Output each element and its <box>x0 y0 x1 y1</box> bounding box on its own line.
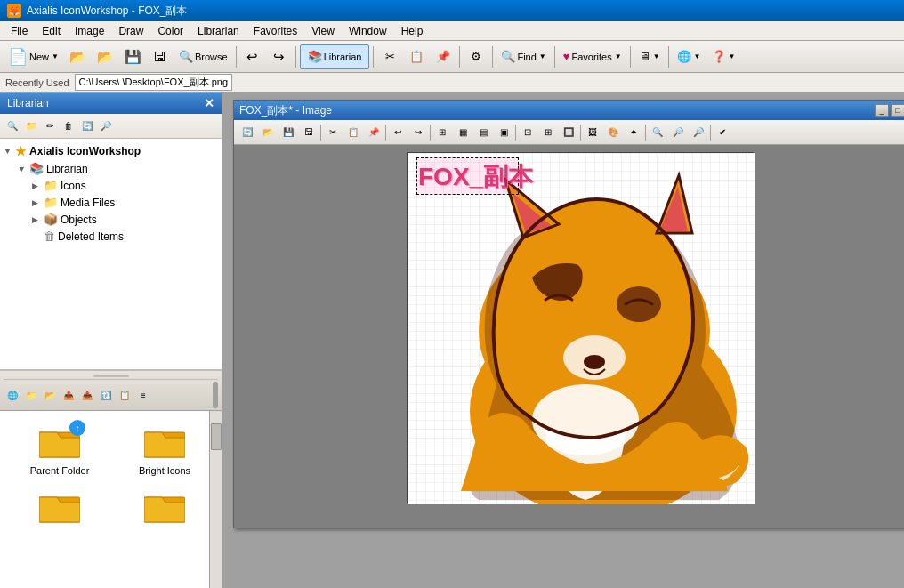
lib-folder-btn4[interactable]: 📥 <box>78 386 96 404</box>
bright-icons-folder-icon <box>144 425 185 462</box>
img-zoom2-btn[interactable]: ⊞ <box>538 123 558 142</box>
lib-refresh2-button[interactable]: 🔃 <box>97 386 115 404</box>
browse-button[interactable]: 🔍 Browse <box>174 44 232 69</box>
save2-button[interactable]: 🖫 <box>148 44 173 69</box>
tree-item-media[interactable]: ▶ 📁 Media Files <box>4 194 218 211</box>
librarian-close-button[interactable]: ✕ <box>204 96 214 110</box>
fox-image-svg[interactable] <box>408 153 755 504</box>
img-sep4 <box>515 125 516 141</box>
lib-delete-button[interactable]: 🗑 <box>60 117 77 135</box>
menu-favorites[interactable]: Favorites <box>246 23 304 39</box>
scrollbar[interactable] <box>213 382 218 408</box>
file-browser-scrollbar[interactable] <box>209 411 222 588</box>
librarian-header: Librarian ✕ <box>0 93 222 114</box>
img-check-btn[interactable]: ✔ <box>713 123 732 142</box>
tree-root[interactable]: ▼ ★ Axialis IconWorkshop <box>4 142 218 160</box>
img-grid-btn[interactable]: ⊞ <box>432 123 452 142</box>
lib-refresh-button[interactable]: 🔄 <box>78 117 96 135</box>
librarian-panel: Librarian ✕ 🔍 📁 ✏ 🗑 🔄 🔎 ▼ ★ Axialis Icon… <box>0 93 222 588</box>
img-grid2-btn[interactable]: ▦ <box>453 123 472 142</box>
open-button[interactable]: 📂 <box>65 44 91 69</box>
settings-button[interactable]: ⚙ <box>464 44 488 69</box>
folder4-icon <box>144 490 185 527</box>
img-search-btn[interactable]: 🔍 <box>648 123 667 142</box>
lib-bottom-buttons: 🌐 📁 📂 📤 📥 🔃 📋 ≡ <box>4 382 218 408</box>
file-item-3[interactable] <box>11 487 109 534</box>
new-button[interactable]: 📄 New ▼ <box>4 44 63 69</box>
img-redo-btn[interactable]: ↪ <box>408 123 428 142</box>
monitor-button[interactable]: 🖥▼ <box>634 44 665 69</box>
tree-area: ▼ ★ Axialis IconWorkshop ▼ 📚 Librarian ▶… <box>0 139 222 370</box>
globe-button[interactable]: 🌐▼ <box>673 44 706 69</box>
folder3-svg <box>39 490 80 524</box>
upload-arrow-icon: ↑ <box>69 420 85 436</box>
img-paste-btn[interactable]: 📌 <box>364 123 383 142</box>
paste-button[interactable]: 📌 <box>431 44 456 69</box>
lib-search-button[interactable]: 🔍 <box>4 117 21 135</box>
img-preview-btn[interactable]: 🖼 <box>583 123 602 142</box>
redo-button[interactable]: ↪ <box>267 44 292 69</box>
file-item-4[interactable] <box>116 487 214 534</box>
img-save-btn[interactable]: 💾 <box>278 123 298 142</box>
img-open-btn[interactable]: 📂 <box>258 123 278 142</box>
folder4-svg <box>144 490 185 524</box>
img-cut-btn[interactable]: ✂ <box>323 123 343 142</box>
lib-globe-button[interactable]: 🌐 <box>4 386 21 404</box>
window-maximize-button[interactable]: □ <box>891 104 904 117</box>
img-zoom-in-btn[interactable]: 🔎 <box>668 123 688 142</box>
img-filter-btn[interactable]: ▤ <box>473 123 493 142</box>
img-zoom-fit-btn[interactable]: ⊡ <box>518 123 537 142</box>
img-sep3 <box>430 125 431 141</box>
tree-item-objects[interactable]: ▶ 📦 Objects <box>4 211 218 228</box>
cut-button[interactable]: ✂ <box>377 44 402 69</box>
find-button[interactable]: 🔍 Find ▼ <box>496 44 550 69</box>
menu-draw[interactable]: Draw <box>111 23 150 39</box>
menu-color[interactable]: Color <box>150 23 190 39</box>
lib-search2-button[interactable]: 🔎 <box>97 117 115 135</box>
lib-add-button[interactable]: 📁 <box>22 117 40 135</box>
root-expand-icon: ▼ <box>4 147 12 156</box>
undo-button[interactable]: ↩ <box>240 44 265 69</box>
save-button[interactable]: 💾 <box>120 44 146 69</box>
menu-file[interactable]: File <box>4 23 35 39</box>
toolbar-separator-8 <box>668 46 669 68</box>
menu-edit[interactable]: Edit <box>35 23 68 39</box>
img-zoom3-btn[interactable]: 🔲 <box>559 123 578 142</box>
lib-view-button[interactable]: 📋 <box>116 386 133 404</box>
menu-view[interactable]: View <box>304 23 342 39</box>
lib-edit-button[interactable]: ✏ <box>41 117 59 135</box>
file-item-parent[interactable]: ↑ Parent Folder <box>11 422 109 479</box>
img-magic-btn[interactable]: ✦ <box>624 123 643 142</box>
img-sep7 <box>710 125 711 141</box>
favorites-button[interactable]: ♥ Favorites ▼ <box>559 44 626 69</box>
lib-folder-btn2[interactable]: 📂 <box>41 386 59 404</box>
img-refresh-btn[interactable]: 🔄 <box>238 123 257 142</box>
root-icon: ★ <box>15 144 27 158</box>
tree-item-icons[interactable]: ▶ 📁 Icons <box>4 177 218 194</box>
lib-list-button[interactable]: ≡ <box>134 386 152 404</box>
window-minimize-button[interactable]: _ <box>875 104 889 117</box>
img-filter2-btn[interactable]: ▣ <box>494 123 513 142</box>
tree-item-librarian[interactable]: ▼ 📚 Librarian <box>4 160 218 177</box>
img-sep2 <box>385 125 386 141</box>
img-undo-btn[interactable]: ↩ <box>388 123 408 142</box>
img-copy-btn[interactable]: 📋 <box>343 123 363 142</box>
lib-new-folder-button[interactable]: 📁 <box>22 386 40 404</box>
menu-window[interactable]: Window <box>342 23 394 39</box>
librarian-button[interactable]: 📚 Librarian <box>300 44 370 69</box>
toolbar-separator-7 <box>630 46 631 68</box>
img-save2-btn[interactable]: 🖫 <box>299 123 319 142</box>
tree-item-deleted[interactable]: ▶ 🗑 Deleted Items <box>4 228 218 245</box>
menu-bar: File Edit Image Draw Color Librarian Fav… <box>0 21 904 41</box>
menu-help[interactable]: Help <box>394 23 431 39</box>
open-green-button[interactable]: 📂 <box>93 44 118 69</box>
menu-librarian[interactable]: Librarian <box>190 23 246 39</box>
img-palette-btn[interactable]: 🎨 <box>603 123 623 142</box>
lib-folder-btn3[interactable]: 📤 <box>60 386 77 404</box>
tree-root-label: Axialis IconWorkshop <box>29 145 141 157</box>
img-zoom-out-btn[interactable]: 🔎 <box>689 123 708 142</box>
file-item-bright-icons[interactable]: Bright Icons <box>116 422 214 479</box>
menu-image[interactable]: Image <box>68 23 111 39</box>
help-button[interactable]: ❓▼ <box>707 44 740 69</box>
copy-button[interactable]: 📋 <box>404 44 429 69</box>
